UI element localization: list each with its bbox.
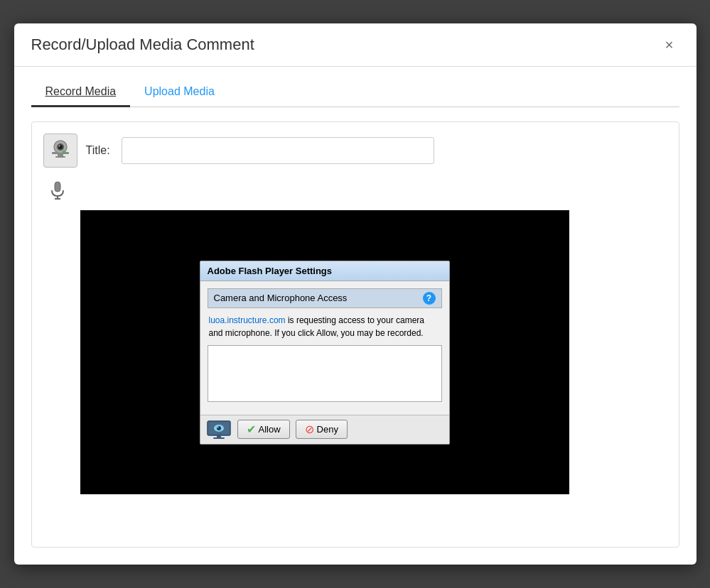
modal-dialog: Record/Upload Media Comment × Record Med… (14, 23, 696, 565)
tab-record-media[interactable]: Record Media (31, 78, 131, 107)
monitor-svg (206, 420, 232, 440)
deny-x-icon: ⊘ (305, 423, 314, 436)
tab-upload-media[interactable]: Upload Media (130, 78, 229, 107)
mic-row (46, 179, 667, 202)
deny-button[interactable]: ⊘ Deny (296, 420, 348, 439)
flash-footer: ✔ Allow ⊘ Deny (200, 415, 449, 444)
modal-title: Record/Upload Media Comment (31, 36, 254, 54)
mic-icon (46, 179, 69, 202)
webcam-icon (43, 134, 77, 168)
flash-site-link[interactable]: luoa.instructure.com (209, 315, 286, 325)
title-input[interactable] (122, 137, 434, 164)
svg-rect-15 (217, 435, 221, 437)
modal-close-button[interactable]: × (660, 35, 679, 55)
allow-label: Allow (259, 424, 281, 435)
flash-content-area (208, 345, 442, 402)
svg-rect-16 (213, 437, 225, 439)
modal-header: Record/Upload Media Comment × (14, 23, 696, 67)
flash-body-text: luoa.instructure.com is requesting acces… (208, 314, 442, 339)
video-area: Adobe Flash Player Settings Camera and M… (80, 210, 569, 494)
title-row: Title: (43, 134, 667, 168)
tab-bar: Record Media Upload Media (31, 78, 679, 107)
svg-rect-8 (55, 182, 60, 192)
mic-svg (49, 180, 66, 200)
content-area: Title: Adobe Flash Player S (31, 121, 679, 548)
svg-rect-1 (58, 154, 63, 156)
flash-dialog-body: Camera and Microphone Access ? luoa.inst… (200, 281, 449, 415)
flash-section-header: Camera and Microphone Access ? (208, 288, 442, 308)
flash-help-icon[interactable]: ? (423, 292, 436, 305)
deny-label: Deny (317, 424, 338, 435)
flash-dialog: Adobe Flash Player Settings Camera and M… (200, 261, 450, 445)
webcam-svg (49, 139, 72, 162)
flash-section-title: Camera and Microphone Access (214, 293, 348, 303)
flash-monitor-icon (206, 420, 232, 440)
allow-check-icon: ✔ (247, 423, 256, 436)
svg-point-7 (63, 151, 65, 153)
svg-rect-2 (55, 156, 65, 158)
svg-point-6 (58, 146, 60, 147)
title-label: Title: (86, 144, 110, 157)
allow-button[interactable]: ✔ Allow (237, 420, 290, 439)
flash-dialog-title: Adobe Flash Player Settings (200, 261, 449, 281)
modal-body: Record Media Upload Media (14, 67, 696, 565)
svg-point-14 (217, 426, 218, 428)
